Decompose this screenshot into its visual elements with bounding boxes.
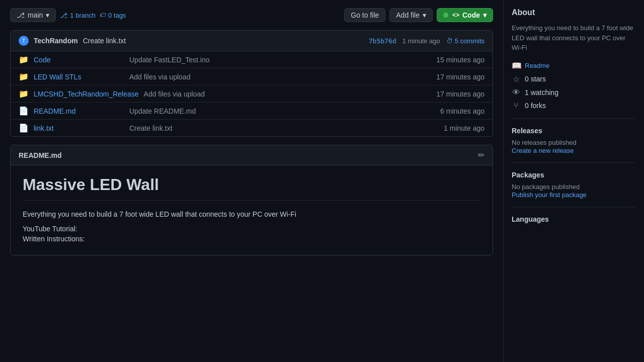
- sidebar-divider: [512, 118, 636, 119]
- about-title: About: [512, 8, 636, 17]
- releases-link[interactable]: Create a new release: [512, 147, 574, 154]
- branch-chevron-icon: [46, 11, 49, 19]
- readme-written-label: Written Instructions:: [23, 235, 480, 243]
- file-time-0: 15 minutes ago: [436, 56, 485, 64]
- file-name-readme[interactable]: README.md: [34, 107, 124, 115]
- file-row: 📄 README.md Update README.md 6 minutes a…: [11, 103, 493, 120]
- clock-icon: ⏱: [446, 37, 453, 45]
- fork-icon: ⑂: [512, 101, 521, 110]
- file-name-ledwall[interactable]: LED Wall STLs: [34, 73, 124, 81]
- file-commit-3: Update README.md: [129, 107, 435, 115]
- avatar: T: [19, 36, 29, 46]
- book-icon: 📖: [512, 61, 521, 70]
- file-name-code[interactable]: Code: [34, 56, 124, 64]
- file-commit-4: Create link.txt: [129, 124, 439, 132]
- watching-stat: 👁 1 watching: [512, 88, 636, 97]
- branch-icon-2: [60, 12, 67, 19]
- commit-author[interactable]: TechRandom: [34, 37, 78, 45]
- code-button[interactable]: <> Code: [437, 8, 493, 22]
- forks-stat: ⑂ 0 forks: [512, 101, 636, 110]
- file-row: 📁 Code Update FastLED_Test.ino 15 minute…: [11, 51, 493, 68]
- edit-icon[interactable]: ✏: [478, 150, 485, 160]
- branch-icon: [17, 11, 25, 19]
- file-name-linktxt[interactable]: link.txt: [34, 124, 124, 132]
- branch-selector[interactable]: main: [10, 8, 56, 22]
- file-name-lmcshd[interactable]: LMCSHD_TechRandom_Release: [34, 90, 139, 98]
- about-desc: Everything you need to build a 7 foot wi…: [512, 23, 636, 53]
- go-to-file-label: Go to file: [351, 11, 379, 19]
- tag-icon: 🏷: [100, 12, 106, 19]
- code-chevron-icon: [483, 11, 487, 19]
- commits-count: 5 commits: [455, 37, 485, 45]
- packages-link[interactable]: Publish your first package: [512, 191, 587, 199]
- file-row: 📁 LMCSHD_TechRandom_Release Add files vi…: [11, 85, 493, 103]
- readme-header: README.md ✏: [11, 145, 493, 165]
- commits-link[interactable]: ⏱ 5 commits: [446, 37, 485, 45]
- forks-count[interactable]: 0 forks: [525, 102, 546, 110]
- commit-hash[interactable]: 7b5b76d: [369, 37, 396, 45]
- add-file-label: Add file: [396, 11, 420, 19]
- code-dot: [443, 13, 448, 18]
- folder-icon: 📁: [19, 55, 29, 64]
- commit-message: Create link.txt: [83, 37, 126, 45]
- file-time-1: 17 minutes ago: [436, 73, 485, 81]
- file-row: 📄 link.txt Create link.txt 1 minute ago: [11, 120, 493, 136]
- code-icon: <>: [452, 12, 459, 19]
- stars-stat: ☆ 0 stars: [512, 74, 636, 84]
- languages-title: Languages: [512, 215, 636, 223]
- star-icon: ☆: [512, 74, 521, 84]
- file-commit-1: Add files via upload: [129, 73, 431, 81]
- releases-title: Releases: [512, 127, 636, 135]
- commit-bar: T TechRandom Create link.txt 7b5b76d 1 m…: [11, 31, 493, 51]
- toolbar: main 1 branch 🏷 0 tags Go to file Add fi…: [10, 8, 493, 22]
- readme-youtube-label: YouTube Tutorial:: [23, 225, 480, 233]
- sidebar: About Everything you need to build a 7 f…: [503, 0, 644, 362]
- eye-icon: 👁: [512, 88, 521, 97]
- readme-heading: Massive LED Wall: [23, 175, 480, 201]
- packages-title: Packages: [512, 171, 636, 179]
- readme-panel: README.md ✏ Massive LED Wall Everything …: [10, 145, 493, 255]
- add-file-button[interactable]: Add file: [389, 8, 433, 22]
- add-file-chevron-icon: [423, 11, 426, 19]
- file-icon: 📄: [19, 123, 29, 133]
- code-label: Code: [462, 11, 480, 19]
- file-panel: T TechRandom Create link.txt 7b5b76d 1 m…: [10, 30, 493, 137]
- commit-time: 1 minute ago: [403, 37, 440, 45]
- file-time-4: 1 minute ago: [444, 124, 485, 132]
- branch-label: main: [28, 11, 43, 19]
- stars-count[interactable]: 0 stars: [525, 75, 546, 83]
- readme-link[interactable]: Readme: [525, 62, 549, 69]
- branch-count-link[interactable]: 1 branch: [60, 12, 96, 19]
- readme-body: Massive LED Wall Everything you need to …: [11, 165, 493, 255]
- readme-title: README.md: [19, 151, 62, 159]
- go-to-file-button[interactable]: Go to file: [344, 8, 385, 22]
- file-time-3: 6 minutes ago: [440, 107, 485, 115]
- sidebar-divider-2: [512, 162, 636, 163]
- file-icon: 📄: [19, 106, 29, 116]
- sidebar-divider-3: [512, 207, 636, 207]
- readme-stat: 📖 Readme: [512, 61, 636, 70]
- watching-count[interactable]: 1 watching: [525, 88, 558, 97]
- tags-count-link[interactable]: 🏷 0 tags: [100, 12, 126, 19]
- releases-note: No releases published: [512, 139, 636, 146]
- file-commit-0: Update FastLED_Test.ino: [129, 56, 431, 64]
- folder-icon: 📁: [19, 89, 29, 99]
- readme-description: Everything you need to build a 7 foot wi…: [23, 209, 480, 220]
- file-time-2: 17 minutes ago: [436, 90, 485, 98]
- packages-note: No packages published: [512, 183, 636, 191]
- folder-icon: 📁: [19, 72, 29, 81]
- file-commit-2: Add files via upload: [144, 90, 432, 98]
- file-row: 📁 LED Wall STLs Add files via upload 17 …: [11, 68, 493, 85]
